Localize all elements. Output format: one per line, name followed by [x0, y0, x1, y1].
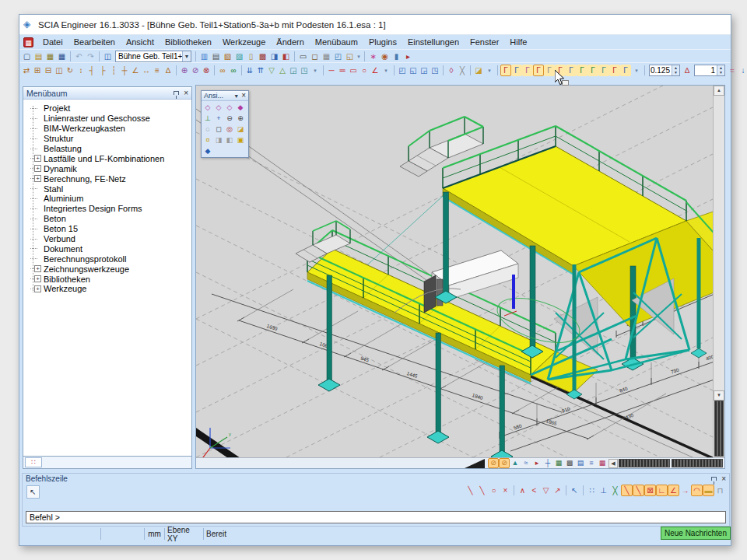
move-up-level-icon[interactable]: ⇈ — [255, 65, 266, 76]
scroll-down-icon[interactable]: ▼ — [714, 390, 724, 401]
spinner-arrows[interactable]: ▲▼ — [672, 65, 679, 75]
tree-item[interactable]: + Zeichnungswerkzeuge — [30, 264, 191, 274]
project-combobox[interactable]: Bühne Geb. Teil1+S ▼ — [115, 51, 191, 62]
tree-item[interactable]: + Berechnungsprotokoll — [30, 254, 191, 264]
help-flag-icon[interactable]: ▸ — [402, 51, 414, 62]
new-messages-badge[interactable]: Neue Nachrichten — [661, 527, 731, 540]
snap-midpoint-icon[interactable]: ╲ — [633, 485, 644, 496]
group-members-icon[interactable]: ◲ — [288, 65, 299, 76]
menu-einstellungen[interactable]: Einstellungen — [402, 37, 465, 47]
draw-angle-icon[interactable]: ∠ — [370, 65, 381, 76]
snap-angle-icon[interactable]: < — [528, 485, 540, 496]
cross-link-icon[interactable]: ⊗ — [201, 65, 212, 76]
zoom-selection-icon[interactable]: ◎ — [224, 124, 235, 135]
zoom-window-icon[interactable]: ◻ — [213, 124, 224, 135]
menu-aendern[interactable]: Ändern — [271, 37, 309, 47]
save-project-icon[interactable]: ▦ — [56, 51, 68, 62]
vertical-scrollbar[interactable]: ▲ ▼ — [713, 86, 724, 457]
tree-item[interactable]: + Lastfälle und LF-Kombinationen — [30, 153, 191, 163]
toolbar-overflow-icon[interactable]: ▾ — [381, 65, 391, 76]
cut-icon[interactable]: ╳ — [457, 65, 468, 76]
document-edit-icon[interactable]: ◱ — [344, 51, 356, 62]
toolbar-overflow-icon[interactable]: ▾ — [356, 51, 362, 62]
menu-werkzeuge[interactable]: Werkzeuge — [217, 37, 271, 47]
mirror-member-icon[interactable]: ◫ — [54, 65, 65, 76]
tree-item[interactable]: + Aluminium — [30, 194, 191, 204]
chevron-down-icon[interactable]: ▼ — [182, 51, 191, 61]
perspective-icon[interactable]: ◆ — [202, 145, 213, 156]
color-grid-icon[interactable]: ▦ — [597, 458, 608, 468]
ungroup-members-icon[interactable]: ◳ — [299, 65, 310, 76]
opacity-spinner[interactable]: 0.125 ▲▼ — [649, 65, 680, 76]
redo-icon[interactable]: ↷ — [85, 51, 96, 62]
zoom-search-icon[interactable]: ◉ — [379, 51, 391, 62]
menu-ansicht[interactable]: Ansicht — [121, 37, 160, 47]
load-panel-9-icon[interactable]: Γ — [587, 65, 598, 76]
snap-endpoint-icon[interactable]: ╲ — [621, 485, 633, 496]
status-units[interactable]: mm — [145, 528, 165, 540]
scroll-left-icon[interactable]: ◀ — [608, 459, 618, 468]
expand-icon[interactable]: + — [34, 155, 41, 162]
tree-item[interactable]: + Linienraster und Geschosse — [30, 114, 191, 124]
fillet-member-icon[interactable]: ∠ — [130, 65, 141, 76]
ortho-snap-icon[interactable]: ⊥ — [598, 485, 609, 496]
tree-item[interactable]: + Belastung — [30, 144, 191, 154]
load-panel-8-icon[interactable]: Γ — [577, 65, 587, 76]
clip-plane-1-icon[interactable]: ⊘ — [488, 458, 499, 468]
project-manager-icon[interactable]: ◫ — [102, 51, 114, 62]
tree-item[interactable]: + Beton — [30, 214, 191, 224]
tree-item[interactable]: + Beton 15 — [30, 224, 191, 234]
snap-circle-icon[interactable]: ○ — [488, 485, 500, 496]
color-palette-icon[interactable]: ∗ — [367, 51, 379, 62]
load-panel-10-icon[interactable]: Γ — [598, 65, 609, 76]
menu-bibliotheken[interactable]: Bibliotheken — [160, 37, 217, 47]
tree-item[interactable]: + Stahl — [30, 184, 191, 194]
snap-line-1-icon[interactable]: ╲ — [465, 485, 476, 496]
check-structure-data-icon[interactable]: ∞ — [217, 65, 228, 76]
move-node-icon[interactable]: ⇄ — [21, 65, 32, 76]
document-viewer-icon[interactable]: ▤ — [210, 51, 222, 62]
expand-icon[interactable]: + — [34, 165, 41, 172]
open-project-icon[interactable]: ▤ — [33, 51, 44, 62]
multi-copy-icon[interactable]: ⊟ — [43, 65, 54, 76]
label-flag-icon[interactable]: ▸ — [531, 458, 542, 468]
tree-item[interactable]: + Integriertes Design Forms — [30, 204, 191, 214]
checker-display-icon[interactable]: ▩ — [564, 458, 575, 468]
result-diagram-icon[interactable]: ≈ — [521, 458, 531, 468]
render-cone-icon[interactable]: ▲ — [510, 458, 521, 468]
tree-item[interactable]: + Bibliotheken — [30, 274, 191, 284]
scrollbar-thumb[interactable] — [672, 459, 723, 467]
stretch-member-icon[interactable]: ↕ — [75, 65, 86, 76]
status-plane[interactable]: Ebene XY — [165, 528, 204, 540]
tree-item[interactable]: + Dokument — [30, 243, 191, 254]
draw-double-line-icon[interactable]: ═ — [337, 65, 348, 76]
rotate-member-icon[interactable]: ↻ — [65, 65, 75, 76]
reverse-member-icon[interactable]: ↔ — [141, 65, 152, 76]
tree-item[interactable]: + Berechnung, FE-Netz — [30, 173, 191, 184]
tree-item[interactable]: + Verbund — [30, 234, 191, 244]
snap-delete-icon[interactable]: × — [500, 485, 511, 496]
copy-geometry-3-icon[interactable]: ◲ — [419, 65, 430, 76]
scrollbar-thumb[interactable] — [714, 401, 724, 457]
print-preview-icon[interactable]: ◻ — [309, 51, 321, 62]
light-icon[interactable]: ¤ — [202, 135, 213, 145]
view-yz-icon[interactable]: ◇ — [224, 102, 235, 113]
load-panel-5-icon[interactable]: Γ — [544, 65, 555, 76]
bring-to-front-icon[interactable]: △ — [277, 65, 288, 76]
layers-icon[interactable]: ≡ — [586, 458, 597, 468]
load-panel-11-icon[interactable]: Γ — [609, 65, 620, 76]
menu-datei[interactable]: Datei — [37, 37, 68, 47]
view-xy-icon[interactable]: ◇ — [213, 102, 224, 113]
import-project-icon[interactable]: ▦ — [44, 51, 56, 62]
snap-vector-icon[interactable]: ↗ — [552, 485, 563, 496]
grid-snap-icon[interactable]: ∷ — [586, 485, 598, 496]
check-nodes-icon[interactable]: ∞ — [228, 65, 239, 76]
new-document-icon[interactable]: ▢ — [21, 51, 33, 62]
picture-2-icon[interactable]: ◧ — [280, 51, 292, 62]
axis-cross-icon[interactable]: ┼ — [542, 458, 553, 468]
snap-length-icon[interactable]: → — [679, 485, 691, 496]
command-input[interactable] — [26, 511, 726, 523]
undo-icon[interactable]: ↶ — [73, 51, 85, 62]
scrollbar-track[interactable] — [714, 96, 724, 390]
connect-members-icon[interactable]: ⊕ — [179, 65, 190, 76]
